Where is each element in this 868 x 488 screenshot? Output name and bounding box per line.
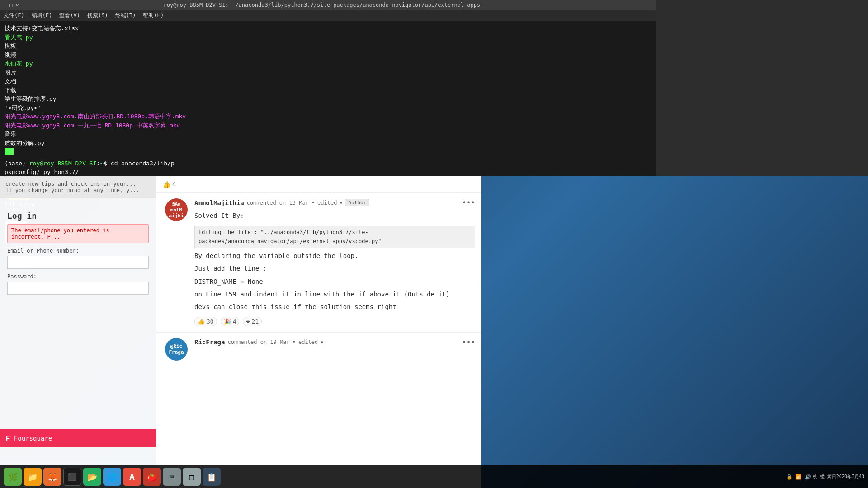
files-icon[interactable]: 📂: [83, 468, 101, 486]
heart-icon-1: ❤️: [246, 318, 250, 325]
foursquare-bar[interactable]: F Foursquare: [0, 429, 156, 447]
comment-line4: DISTRO_NAME = None: [194, 277, 475, 286]
menu-help[interactable]: 帮助(H): [143, 12, 164, 19]
code-block-1: Editing the file : "../anaconda3/lib/pyt…: [194, 226, 475, 248]
left-panel: create new tips and check-ins on your...…: [0, 176, 156, 488]
comment-meta-2: commented on 19 Mar: [227, 339, 289, 345]
terminal-window: ─ □ ✕ roy@roy-B85M-D2V-SI: ~/anaconda3/l…: [0, 0, 656, 176]
avatar-ricfraga: @Ric Fraga: [165, 338, 188, 361]
sys-tray-icons: 🔒 📶 🔊: [786, 474, 811, 480]
terminal-line-10: '<研究.py>': [5, 103, 651, 113]
taskbar-datetime: 机 蟋 媚日2020年3月43: [813, 474, 864, 480]
comment-edited-dot-1: •: [311, 200, 315, 206]
foursquare-icon: F: [5, 434, 10, 443]
avatar-anmol-text: @An molM aijhi: [165, 201, 188, 219]
email-label: Email or Phone Number:: [7, 248, 149, 254]
reaction-thumbs-1[interactable]: 👍 30: [194, 317, 217, 326]
login-title: Log in: [7, 211, 149, 221]
taskbar: 🌿 📁 🦊 ⬛ 📂 🌐 A 🍅 ⌨ □ 📋 🔒 📶 🔊 机 蟋 媚日2020年3…: [0, 465, 868, 488]
email-input[interactable]: [7, 256, 149, 269]
terminal-green-indicator: [5, 148, 14, 155]
terminal-line-12: 阳光电影www.ygdy8.com.一九一七.BD.1080p.中英双字幕.mk…: [5, 121, 651, 130]
tomato-icon[interactable]: 🍅: [143, 468, 161, 486]
reaction-confetti-1[interactable]: 🎉 4: [221, 317, 240, 326]
comment-panel: 👍 4 @An molM aijhi AnmolMajithia comment…: [156, 176, 481, 488]
confetti-icon-1: 🎉: [224, 318, 231, 325]
terminal-dir1: pkgconfig/ python3.7/: [5, 168, 651, 177]
comment-author-1: AnmolMajithia: [194, 199, 244, 206]
menu-terminal[interactable]: 终端(T): [115, 12, 136, 19]
terminal-line-7: 文档: [5, 77, 651, 86]
confetti-count-1: 4: [233, 318, 236, 325]
avatar-anmol: @An molM aijhi: [165, 198, 188, 221]
dictionary-icon[interactable]: A: [123, 468, 141, 486]
comment-line6: devs can close this issue if the solutio…: [194, 302, 475, 312]
menu-search[interactable]: 搜索(S): [87, 12, 108, 19]
comment-header-2: RicFraga commented on 19 Mar • edited ▼ …: [194, 338, 475, 347]
terminal-line-8: 下载: [5, 86, 651, 95]
win-maximize[interactable]: □: [9, 2, 13, 8]
menu-edit[interactable]: 编辑(E): [32, 12, 52, 19]
edited-caret-1: ▼: [340, 200, 342, 205]
comment-line3: Just add the line :: [194, 263, 475, 273]
login-error: The email/phone you entered is incorrect…: [7, 224, 149, 243]
terminal-line-3: 模板: [5, 42, 651, 51]
comment-text-1: Solved It By: Editing the file : "../ana…: [194, 211, 475, 312]
thunar-icon[interactable]: 📁: [24, 468, 42, 486]
tip-text-1: create new tips and check-ins on your...: [5, 181, 151, 187]
terminal-line-13: 音乐: [5, 130, 651, 139]
menu-file[interactable]: 文件(F): [4, 12, 24, 19]
comment-line2: By declaring the variable outside the lo…: [194, 251, 475, 261]
comment-body-2: RicFraga commented on 19 Mar • edited ▼ …: [194, 338, 475, 361]
comment-block-2: @Ric Fraga RicFraga commented on 19 Mar …: [156, 333, 481, 366]
terminal-titlebar: ─ □ ✕ roy@roy-B85M-D2V-SI: ~/anaconda3/l…: [0, 0, 656, 10]
edited-caret-2: ▼: [321, 340, 323, 345]
thumbs-icon-1: 👍: [198, 318, 205, 325]
comment-header-1: AnmolMajithia commented on 13 Mar • edit…: [194, 198, 475, 207]
comment-edited-2: edited: [298, 339, 318, 345]
avatar-col-1: @An molM aijhi: [163, 198, 190, 326]
left-panel-top: create new tips and check-ins on your...…: [0, 176, 156, 198]
app9-icon[interactable]: □: [183, 468, 201, 486]
terminal-line-2: 看天气.py: [5, 33, 651, 42]
linux-mint-icon[interactable]: 🌿: [4, 468, 22, 486]
terminal-line-1: 技术支持+变电站备忘.xlsx: [5, 24, 651, 33]
password-input[interactable]: [7, 282, 149, 295]
taskbar-right: 🔒 📶 🔊 机 蟋 媚日2020年3月43: [786, 474, 864, 480]
keyboard-icon[interactable]: ⌨: [163, 468, 181, 486]
thumbs-up-reaction[interactable]: 👍 4: [163, 181, 176, 188]
comment-edited-1: edited: [317, 200, 337, 206]
top-reaction-row: 👍 4: [156, 176, 481, 193]
reaction-row-1: 👍 30 🎉 4 ❤️ 21: [194, 317, 475, 326]
more-options-2[interactable]: •••: [462, 338, 475, 347]
terminal-cmd1: (base) roy@roy-B85M-D2V-SI:~$ cd anacond…: [5, 159, 651, 168]
win-minimize[interactable]: ─: [4, 2, 7, 8]
terminal-line-6: 图片: [5, 68, 651, 77]
win-close[interactable]: ✕: [15, 2, 19, 8]
login-section: Log in The email/phone you entered is in…: [0, 211, 156, 299]
avatar-ricfraga-text: @Ric Fraga: [165, 343, 188, 355]
solved-by-label: Solved It By:: [194, 211, 475, 221]
terminal-menubar: 文件(F) 编辑(E) 查看(V) 搜索(S) 终端(T) 帮助(H): [0, 10, 656, 21]
terminal-icon[interactable]: ⬛: [63, 468, 81, 486]
comment-block-1: @An molM aijhi AnmolMajithia commented o…: [156, 193, 481, 332]
more-options-1[interactable]: •••: [462, 198, 475, 207]
thumbs-up-icon: 👍: [163, 181, 170, 188]
comment-author-2: RicFraga: [194, 338, 225, 346]
heart-count-1: 21: [251, 318, 259, 325]
password-label: Password:: [7, 273, 149, 280]
terminal-line-5: 水仙花.py: [5, 59, 651, 68]
reaction-heart-1[interactable]: ❤️ 21: [243, 317, 261, 326]
thumbs-up-count: 4: [172, 181, 176, 188]
app10-icon[interactable]: 📋: [203, 468, 221, 486]
terminal-line-9: 学生等级的排序.py: [5, 94, 651, 103]
thumbs-count-1: 30: [207, 318, 214, 325]
avatar-col-2: @Ric Fraga: [163, 338, 190, 361]
browser-icon[interactable]: 🌐: [103, 468, 121, 486]
foursquare-label: Foursquare: [14, 435, 52, 442]
terminal-line-4: 视频: [5, 51, 651, 60]
terminal-title: roy@roy-B85M-D2V-SI: ~/anaconda3/lib/pyt…: [19, 2, 625, 8]
menu-view[interactable]: 查看(V): [59, 12, 80, 19]
comment-body-1: AnmolMajithia commented on 13 Mar • edit…: [194, 198, 475, 326]
firefox-icon[interactable]: 🦊: [43, 468, 61, 486]
